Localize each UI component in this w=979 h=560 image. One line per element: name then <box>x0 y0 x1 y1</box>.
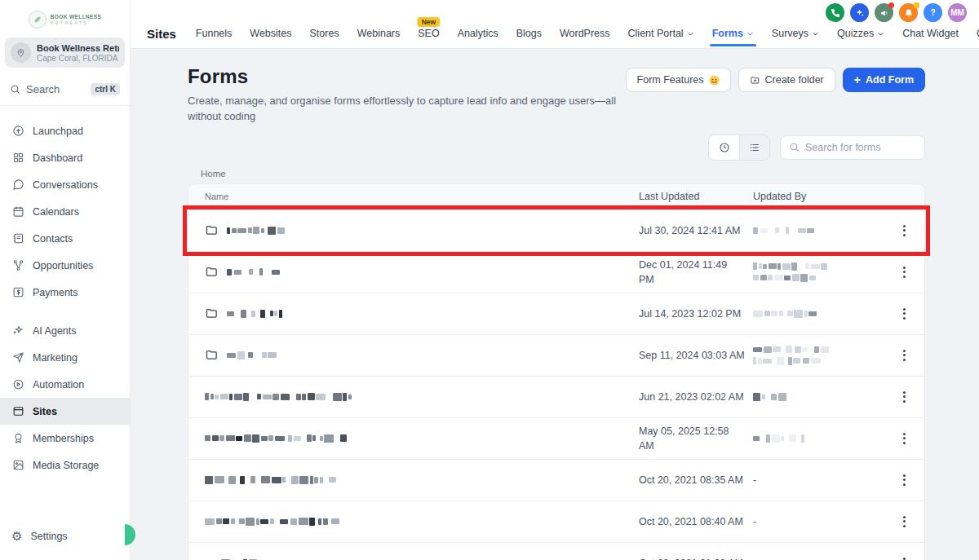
sidebar-item-contacts[interactable]: Contacts <box>0 225 130 252</box>
create-folder-button[interactable]: Create folder <box>738 68 835 92</box>
redacted-text <box>268 227 276 235</box>
bell-icon[interactable] <box>899 3 918 22</box>
row-name-cell <box>205 392 639 401</box>
notification-dot <box>888 2 894 8</box>
redacted-text <box>764 311 770 316</box>
redacted-text <box>775 227 779 233</box>
table-row[interactable]: Sep 11, 2024 03:03 AM <box>188 335 924 377</box>
redacted-text <box>260 310 265 318</box>
sidebar-item-calendars[interactable]: Calendars <box>0 198 130 225</box>
table-row[interactable]: Jul 14, 2023 12:02 PM <box>188 293 924 335</box>
tab-chat-widget[interactable]: Chat Widget <box>902 28 959 39</box>
redacted-text <box>753 227 758 234</box>
sidebar-item-label: Automation <box>33 379 84 390</box>
redacted-text <box>821 346 829 353</box>
kebab-menu-icon[interactable] <box>897 429 911 448</box>
redacted-text <box>762 395 765 399</box>
row-last-updated: Dec 01, 2024 11:49 PM <box>639 258 753 287</box>
help-icon[interactable]: ? <box>924 3 942 22</box>
redacted-text <box>256 518 259 525</box>
sidebar-item-conversations[interactable]: Conversations <box>0 171 130 198</box>
breadcrumb[interactable]: Home <box>201 169 925 179</box>
list-view-button[interactable] <box>739 135 769 160</box>
redacted-text <box>805 263 809 269</box>
kebab-menu-icon[interactable] <box>897 262 911 282</box>
table-row[interactable]: Oct 20, 2021 01:03 AM <box>188 543 924 560</box>
plus-icon: + <box>854 74 861 86</box>
sidebar-item-dashboard[interactable]: Dashboard <box>0 144 130 171</box>
sidebar-item-label: Memberships <box>33 433 94 444</box>
redacted-text <box>237 228 246 233</box>
redacted-text <box>241 310 246 318</box>
redacted-text <box>205 476 213 484</box>
add-form-button[interactable]: + Add Form <box>843 68 925 92</box>
redacted-text <box>248 352 253 358</box>
sidebar-item-memberships[interactable]: Memberships <box>0 425 130 452</box>
forms-search-input[interactable] <box>805 142 916 153</box>
tab-blogs[interactable]: Blogs <box>516 28 542 39</box>
tab-forms[interactable]: Forms <box>712 28 754 39</box>
tab-surveys[interactable]: Surveys <box>772 28 819 39</box>
redacted-text <box>228 476 236 484</box>
redacted-text <box>312 435 316 441</box>
sidebar-search[interactable]: Search ctrl K <box>0 76 130 106</box>
row-name-cell <box>205 348 639 362</box>
sidebar-item-settings[interactable]: ⚙ Settings <box>0 523 130 549</box>
row-last-updated: Oct 20, 2021 08:35 AM <box>639 473 753 487</box>
kebab-menu-icon[interactable] <box>897 221 911 240</box>
sidebar-item-marketing[interactable]: Marketing <box>0 344 130 371</box>
table-row[interactable]: Jul 30, 2024 12:41 AM <box>188 210 924 252</box>
sidebar-item-sites[interactable]: Sites <box>0 398 130 425</box>
account-name: Book Wellness Retre... <box>37 43 119 53</box>
tab-stores[interactable]: Stores <box>310 28 339 39</box>
sidebar-item-launchpad[interactable]: Launchpad <box>0 117 130 144</box>
tab-wordpress[interactable]: WordPress <box>560 28 610 39</box>
tab-quizzes[interactable]: Quizzes <box>837 28 884 39</box>
tab-analytics[interactable]: Analytics <box>458 28 498 39</box>
redacted-text <box>248 227 252 233</box>
redacted-text <box>272 394 279 400</box>
sidebar-item-opportunities[interactable]: Opportunities <box>0 252 130 279</box>
tab-client-portal[interactable]: Client Portal <box>628 28 694 39</box>
redacted-text <box>234 270 241 275</box>
redacted-text <box>323 518 328 525</box>
folder-plus-icon <box>750 75 760 86</box>
row-updated-by <box>753 434 884 443</box>
redacted-text <box>261 476 270 483</box>
form-features-button[interactable]: Form Features <box>626 68 731 92</box>
kebab-menu-icon[interactable] <box>897 387 911 407</box>
kebab-menu-icon[interactable] <box>897 512 911 531</box>
redacted-text <box>274 311 277 316</box>
kebab-menu-icon[interactable] <box>897 346 911 365</box>
sidebar-section: AI AgentsMarketingAutomationSitesMembers… <box>0 317 130 478</box>
redacted-name <box>205 392 352 401</box>
table-row[interactable]: May 05, 2025 12:58 AM <box>188 418 924 460</box>
tab-websites[interactable]: Websites <box>250 28 291 39</box>
tab-funnels[interactable]: Funnels <box>196 28 232 39</box>
tab-seo[interactable]: SEONew <box>418 28 439 39</box>
table-row[interactable]: Jun 21, 2023 02:02 AM <box>188 377 924 418</box>
account-switcher[interactable]: Book Wellness Retre... Cape Coral, FLORI… <box>5 37 125 68</box>
tab-label: Forms <box>712 28 743 39</box>
top-navigation: Sites FunnelsWebsitesStoresWebinarsSEONe… <box>147 19 881 48</box>
kebab-menu-icon[interactable] <box>897 553 911 560</box>
table-row[interactable]: Dec 01, 2024 11:49 PM <box>188 252 924 293</box>
recent-view-button[interactable] <box>709 135 739 160</box>
kebab-menu-icon[interactable] <box>897 304 911 324</box>
redacted-text <box>778 393 786 401</box>
sidebar-item-ai-agents[interactable]: AI Agents <box>0 317 130 344</box>
table-row[interactable]: Oct 20, 2021 08:40 AM- <box>188 501 924 543</box>
tab-webinars[interactable]: Webinars <box>357 28 401 39</box>
kebab-menu-icon[interactable] <box>897 470 911 490</box>
sidebar-item-media-storage[interactable]: Media Storage <box>0 452 130 478</box>
row-updated-by <box>753 392 884 401</box>
table-row[interactable]: Oct 20, 2021 08:35 AM- <box>188 460 924 501</box>
sidebar-item-payments[interactable]: Payments <box>0 279 130 306</box>
tab-label: Stores <box>310 28 339 39</box>
sidebar-item-automation[interactable]: Automation <box>0 371 130 398</box>
avatar[interactable]: MM <box>948 3 967 22</box>
column-last-updated: Last Updated <box>639 189 753 204</box>
nav-title-sites[interactable]: Sites <box>147 27 176 41</box>
marketing-icon <box>11 351 24 364</box>
row-last-updated: Sep 11, 2024 03:03 AM <box>639 348 753 363</box>
